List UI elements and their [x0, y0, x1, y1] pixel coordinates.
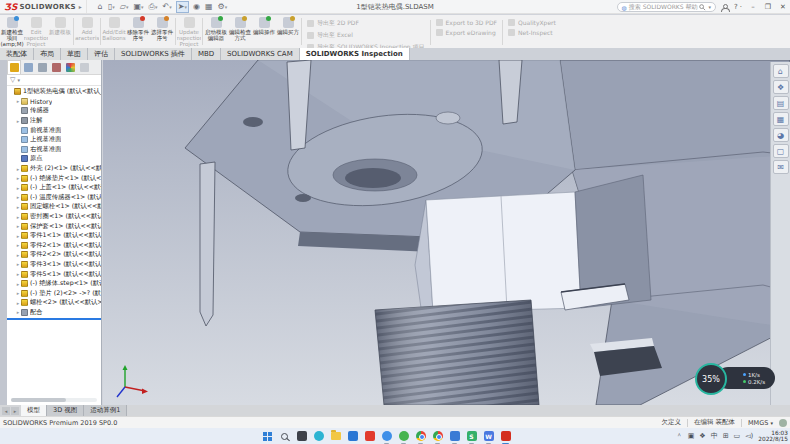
3d-model-view[interactable] [103, 60, 790, 405]
tree-item[interactable]: ▸注解 [7, 116, 101, 126]
command-tab-mbd[interactable]: MBD [192, 48, 221, 60]
select-icon[interactable]: ➤▾ [176, 1, 189, 13]
close-button[interactable]: ✕ [778, 3, 788, 11]
custom-properties-icon[interactable]: ▢ [773, 144, 789, 158]
taskbar-clock[interactable]: 16:03 2022/8/15 [758, 430, 788, 443]
blue-docs-app[interactable] [449, 431, 460, 442]
restore-button[interactable]: ❐ [763, 3, 773, 11]
tree-item[interactable]: 传感器 [7, 106, 101, 116]
tree-filter-row[interactable]: ▽ ▾ [7, 75, 101, 86]
tree-item[interactable]: ▸密封圈<1> (默认<<默认>_显示状 [7, 212, 101, 222]
tree-item[interactable]: 原点 [7, 154, 101, 164]
tree-item[interactable]: ▸零件3<1> (默认<<默认>_显示状 [7, 260, 101, 270]
search-dropdown-icon[interactable]: ▾ [708, 4, 711, 10]
panel-tab-dimxpert[interactable] [49, 60, 63, 74]
solidworks-logo[interactable]: ƷS SOLIDWORKS ▸ [0, 0, 87, 13]
file-explorer[interactable] [330, 431, 341, 442]
file-properties-icon[interactable]: ▦ [204, 2, 214, 12]
tree-item[interactable]: ▸零件5<1> (默认<<默认>_显示状 [7, 269, 101, 279]
filter-dropdown-icon[interactable]: ▾ [17, 77, 20, 83]
ime-mode-icon[interactable]: ⊞ [723, 432, 729, 440]
search-magnifier-icon[interactable] [699, 4, 706, 11]
print-icon[interactable]: ⎙▾ [148, 2, 159, 12]
ribbon-button[interactable]: 移除零件序号 [126, 16, 150, 47]
tree-item[interactable]: ▸外壳 (2)<1> (默认<<默认>_显示状 [7, 164, 101, 174]
open-icon[interactable]: ▱▾ [119, 2, 130, 12]
tree-item[interactable]: ▸History [7, 97, 101, 107]
select-icon-dropdown[interactable]: ▾ [184, 4, 187, 10]
resources-home-icon[interactable]: ⌂ [773, 64, 789, 78]
save-icon-dropdown[interactable]: ▾ [141, 4, 144, 10]
panel-tab-displaymanager[interactable] [63, 60, 77, 74]
tree-item[interactable]: ▸(-) 上盖<1> (默认<<默认>_显示状 [7, 183, 101, 193]
doc-tab-模型[interactable]: 模型 [21, 405, 47, 416]
tree-item[interactable]: 右视基准面 [7, 145, 101, 155]
red-media-app[interactable] [364, 431, 375, 442]
tree-item[interactable]: ▸保护套<1> (默认<<默认>_显示状 [7, 221, 101, 231]
wps-w-app[interactable]: W [483, 431, 494, 442]
model-threaded-cylinder[interactable] [375, 300, 539, 405]
tree-item[interactable]: 上视基准面 [7, 135, 101, 145]
appearances-icon[interactable]: ◕ [773, 128, 789, 142]
command-tab-评估[interactable]: 评估 [88, 48, 115, 60]
save-icon[interactable]: ▣▾ [133, 2, 145, 12]
minimize-button[interactable]: – [748, 3, 758, 11]
search-box[interactable]: ◍ 搜索 SOLIDWORKS 帮助 ▾ [617, 2, 716, 12]
solidworks-app[interactable] [500, 431, 511, 442]
ribbon-button[interactable]: 编辑检查方式 [228, 16, 252, 47]
panel-tab-propertymanager[interactable] [21, 60, 35, 74]
command-tab-草图[interactable]: 草图 [61, 48, 88, 60]
login-person-icon[interactable] [721, 4, 728, 11]
undo-icon[interactable]: ↶▾ [162, 2, 173, 12]
tree-item[interactable]: 1型铠装热电偶 (默认<默认_显示状态-1 [7, 87, 101, 97]
green-s-app[interactable]: S [466, 431, 477, 442]
tree-item[interactable]: ▸配合 [7, 308, 101, 318]
tree-item[interactable]: ▸(-) 温度传感器<1> (默认<<默认>_ [7, 193, 101, 203]
graphics-viewport[interactable]: ⌂❖▤▦◕▢✉ 1K/s 0.2K/s 35% [103, 60, 790, 405]
tree-item[interactable]: ▸(-) 绝缘垫片<1> (默认<<默认>_显示状 [7, 173, 101, 183]
start-button[interactable] [262, 431, 273, 442]
green-app[interactable] [398, 431, 409, 442]
menu-flyout-icon[interactable]: ▸ [79, 3, 82, 10]
edge-browser[interactable] [313, 431, 324, 442]
tree-horizontal-scrollbar[interactable] [11, 398, 97, 402]
file-explorer-icon[interactable]: ▤ [773, 96, 789, 110]
ribbon-button[interactable]: 选择零件序号 [150, 16, 174, 47]
ribbon-button[interactable]: 编辑买方 [276, 16, 300, 47]
security-shield-icon[interactable]: ❖ [699, 432, 705, 440]
command-tab-装配体[interactable]: 装配体 [0, 48, 34, 60]
ribbon-button[interactable]: 编辑操作 [252, 16, 276, 47]
scrollbar-thumb[interactable] [11, 398, 66, 402]
undo-icon-dropdown[interactable]: ▾ [169, 4, 172, 10]
tree-splitter-bar[interactable] [7, 318, 101, 320]
search-button[interactable] [279, 431, 290, 442]
help-button[interactable]: ? · [733, 3, 743, 11]
colorful-photos-app[interactable] [415, 431, 426, 442]
options-gear-icon[interactable]: ⚙▾ [217, 2, 229, 12]
tree-item[interactable]: ▸固定螺栓<1> (默认<<默认>_显示 [7, 202, 101, 212]
chrome-browser[interactable] [432, 431, 443, 442]
onedrive-icon[interactable]: ▣ [688, 432, 695, 440]
cpu-usage-ball[interactable]: 35% [695, 363, 727, 395]
speed-monitor-overlay[interactable]: 1K/s 0.2K/s 35% [695, 363, 777, 395]
command-tab-布局[interactable]: 布局 [34, 48, 61, 60]
design-library-icon[interactable]: ❖ [773, 80, 789, 94]
options-gear-icon-dropdown[interactable]: ▾ [225, 4, 228, 10]
rebuild-traffic-light-icon[interactable]: ◉ [192, 2, 201, 12]
tree-item[interactable]: ▸(-) 绝缘体.step<1> (默认< [7, 279, 101, 289]
filter-funnel-icon[interactable]: ▽ [10, 76, 15, 84]
ribbon-button[interactable]: 启动模板编辑器 [204, 16, 228, 47]
doc-tab-scroll-right-icon[interactable]: ▸ [11, 407, 19, 415]
forum-icon[interactable]: ✉ [773, 160, 789, 174]
view-palette-icon[interactable]: ▦ [773, 112, 789, 126]
panel-tab-tab-flyout[interactable] [77, 60, 91, 74]
cloud-app[interactable] [381, 431, 392, 442]
display-icon[interactable]: ▭ [734, 432, 741, 440]
units-selector[interactable]: MMGS ▾ [748, 419, 773, 427]
print-icon-dropdown[interactable]: ▾ [155, 4, 158, 10]
command-tab-solidworks-cam[interactable]: SOLIDWORKS CAM [221, 48, 300, 60]
new-document-icon-dropdown[interactable]: ▾ [112, 4, 115, 10]
command-tab-solidworks-插件[interactable]: SOLIDWORKS 插件 [115, 48, 192, 60]
tree-item[interactable]: ▸零件2<2> (默认<<默认>_显示状 [7, 250, 101, 260]
tree-item[interactable]: 前视基准面 [7, 125, 101, 135]
